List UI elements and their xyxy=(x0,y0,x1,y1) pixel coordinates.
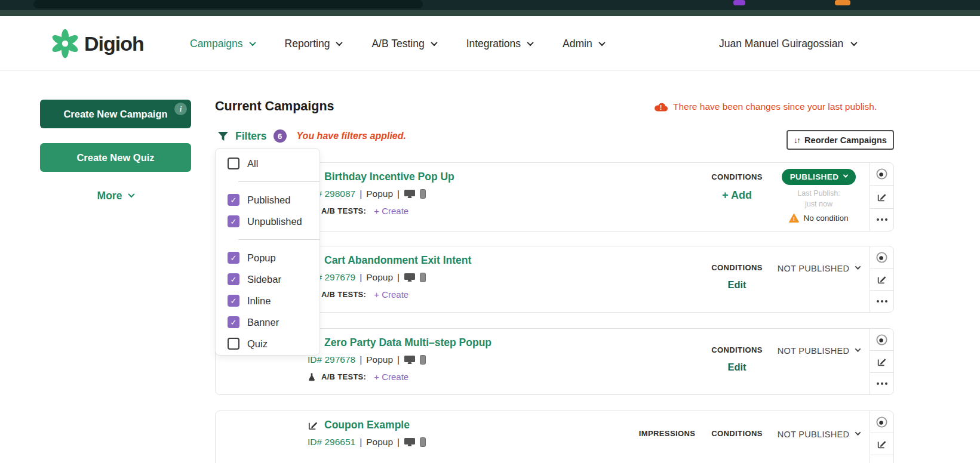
last-publish-label: Last Publish: xyxy=(771,188,867,199)
edit-button[interactable] xyxy=(870,186,893,208)
last-publish-value: just now xyxy=(771,199,867,209)
filter-option-inline[interactable]: ✓ Inline xyxy=(216,290,320,311)
preview-button[interactable] xyxy=(870,246,893,268)
chevron-down-icon xyxy=(843,172,848,177)
filter-option-popup[interactable]: ✓ Popup xyxy=(216,247,320,268)
browser-tab[interactable] xyxy=(33,0,423,8)
svg-text:!: ! xyxy=(794,216,795,222)
reorder-campaigns-button[interactable]: ↓↑ Reorder Campaigns xyxy=(787,130,894,150)
filter-option-quiz[interactable]: Quiz xyxy=(216,333,320,354)
edit-pencil-icon xyxy=(877,439,887,449)
browser-toolbar-strip xyxy=(0,10,980,16)
status-badge[interactable]: PUBLISHED xyxy=(782,169,856,185)
campaign-type: Popup xyxy=(366,272,393,283)
more-options-button[interactable] xyxy=(870,291,893,312)
card-actions xyxy=(870,163,893,231)
publish-alert: ! There have been changes since your las… xyxy=(653,101,877,112)
create-new-quiz-button[interactable]: Create New Quiz xyxy=(40,143,191,172)
digioh-logo[interactable]: Digioh xyxy=(50,28,144,59)
filter-option-label: Inline xyxy=(247,295,271,307)
filter-option-sidebar[interactable]: ✓ Sidebar xyxy=(216,268,320,290)
desktop-icon xyxy=(404,189,416,199)
nav-admin[interactable]: Admin xyxy=(563,38,604,50)
nav-campaigns[interactable]: Campaigns xyxy=(190,38,255,50)
edit-conditions-link[interactable]: Edit xyxy=(701,279,773,291)
conditions-column: CONDITIONS Edit xyxy=(701,345,773,373)
edit-button[interactable] xyxy=(870,268,893,291)
checkbox-unchecked[interactable] xyxy=(228,158,239,169)
status-column: NOT PUBLISHED xyxy=(771,345,867,356)
filter-option-label: Quiz xyxy=(247,338,268,350)
add-condition-link[interactable]: + Add xyxy=(701,189,773,202)
checkbox-checked[interactable]: ✓ xyxy=(228,295,239,307)
checkbox-checked[interactable]: ✓ xyxy=(228,273,239,285)
conditions-label: CONDITIONS xyxy=(701,263,773,272)
status-label: PUBLISHED xyxy=(790,172,839,181)
campaign-name-link[interactable]: Cart Abandonment Exit Intent xyxy=(324,254,471,267)
nav-reporting[interactable]: Reporting xyxy=(285,38,342,50)
preview-button[interactable] xyxy=(870,329,893,351)
chevron-down-icon xyxy=(527,39,533,46)
preview-button[interactable] xyxy=(870,163,893,186)
create-quiz-label: Create New Quiz xyxy=(76,152,154,163)
funnel-icon[interactable] xyxy=(217,131,229,141)
nav-integrations[interactable]: Integrations xyxy=(466,38,533,50)
ab-create-link[interactable]: + Create xyxy=(374,372,408,382)
filter-option-published[interactable]: ✓ Published xyxy=(216,189,320,211)
filter-option-banner[interactable]: ✓ Banner xyxy=(216,311,320,333)
ab-create-link[interactable]: + Create xyxy=(374,206,408,216)
more-options-button[interactable] xyxy=(870,209,893,231)
checkbox-unchecked[interactable] xyxy=(228,338,239,350)
more-options-button[interactable] xyxy=(870,373,893,394)
status-dropdown[interactable]: NOT PUBLISHED xyxy=(778,430,860,439)
preview-button[interactable] xyxy=(870,411,893,433)
ab-tests-label: A/B TESTS: xyxy=(321,206,366,215)
main-nav: Campaigns Reporting A/B Testing Integrat… xyxy=(190,16,604,71)
more-toggle[interactable]: More xyxy=(40,190,191,202)
ab-create-link[interactable]: + Create xyxy=(374,289,408,300)
filter-option-all[interactable]: All xyxy=(216,153,320,174)
reorder-campaigns-label: Reorder Campaigns xyxy=(804,135,887,145)
edit-button[interactable] xyxy=(870,433,893,455)
campaign-name-link[interactable]: Zero Party Data Multi–step Popup xyxy=(324,337,491,349)
browser-extension-purple-icon xyxy=(733,0,745,5)
nav-ab-testing[interactable]: A/B Testing xyxy=(371,38,436,50)
separator: | xyxy=(360,354,362,365)
status-dropdown[interactable]: NOT PUBLISHED xyxy=(778,264,860,273)
checkbox-checked[interactable]: ✓ xyxy=(228,215,239,227)
checkbox-checked[interactable]: ✓ xyxy=(228,194,239,206)
chevron-down-icon xyxy=(855,264,861,270)
user-menu[interactable]: Juan Manuel Guiragossian xyxy=(719,16,856,71)
filter-option-label: Unpublished xyxy=(247,216,302,227)
nav-ab-testing-label: A/B Testing xyxy=(371,38,424,50)
ellipsis-icon xyxy=(877,382,887,385)
campaign-name-link[interactable]: Coupon Example xyxy=(324,419,410,431)
ellipsis-icon xyxy=(877,300,887,303)
edit-conditions-link[interactable]: Edit xyxy=(701,362,773,373)
edit-pencil-icon[interactable] xyxy=(308,419,319,431)
ab-tests-label: A/B TESTS: xyxy=(321,372,366,381)
filter-option-label: Banner xyxy=(247,317,279,328)
info-icon[interactable]: i xyxy=(174,103,187,115)
campaign-id: ID# 297678 xyxy=(308,354,355,365)
page-title: Current Campaigns xyxy=(215,99,334,114)
checkbox-checked[interactable]: ✓ xyxy=(228,316,239,328)
user-name: Juan Manuel Guiragossian xyxy=(719,38,843,50)
campaign-name-link[interactable]: Birthday Incentive Pop Up xyxy=(324,171,454,183)
create-new-campaign-button[interactable]: Create New Campaign i xyxy=(40,100,191,128)
more-options-button[interactable] xyxy=(870,455,893,463)
status-column: NOT PUBLISHED xyxy=(771,429,867,440)
ellipsis-icon xyxy=(877,218,887,221)
checkbox-checked[interactable]: ✓ xyxy=(228,252,239,264)
edit-button[interactable] xyxy=(870,351,893,373)
status-dropdown[interactable]: NOT PUBLISHED xyxy=(778,346,860,356)
status-label: NOT PUBLISHED xyxy=(778,264,849,273)
campaign-meta: ID# 296651 | Popup | xyxy=(308,437,426,447)
campaign-type: Popup xyxy=(366,189,393,199)
filter-option-unpublished[interactable]: ✓ Unpublished xyxy=(216,211,320,232)
chevron-down-icon xyxy=(855,430,861,436)
nav-campaigns-label: Campaigns xyxy=(190,38,243,50)
filters-toggle[interactable]: Filters xyxy=(235,130,267,143)
campaign-card: Coupon Example ID# 296651 | Popup | IMPR… xyxy=(215,410,894,463)
mobile-icon xyxy=(420,355,426,365)
